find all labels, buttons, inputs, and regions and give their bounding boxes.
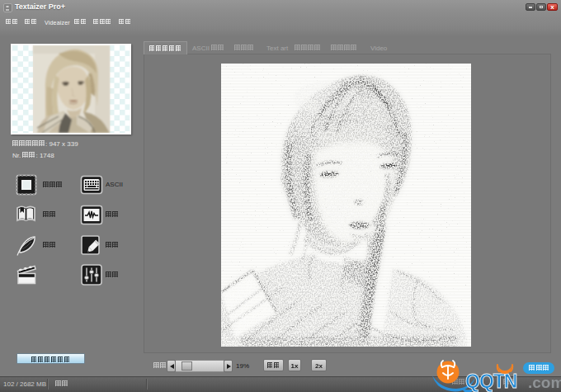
svg-text:QQTN: QQTN [465, 371, 517, 392]
